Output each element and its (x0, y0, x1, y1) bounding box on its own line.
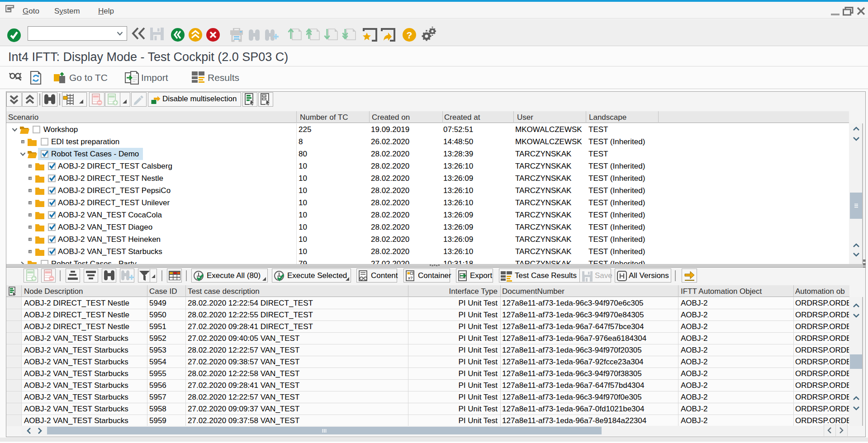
svg-text:x?: x? (408, 276, 413, 280)
svg-text:?: ? (407, 30, 413, 40)
